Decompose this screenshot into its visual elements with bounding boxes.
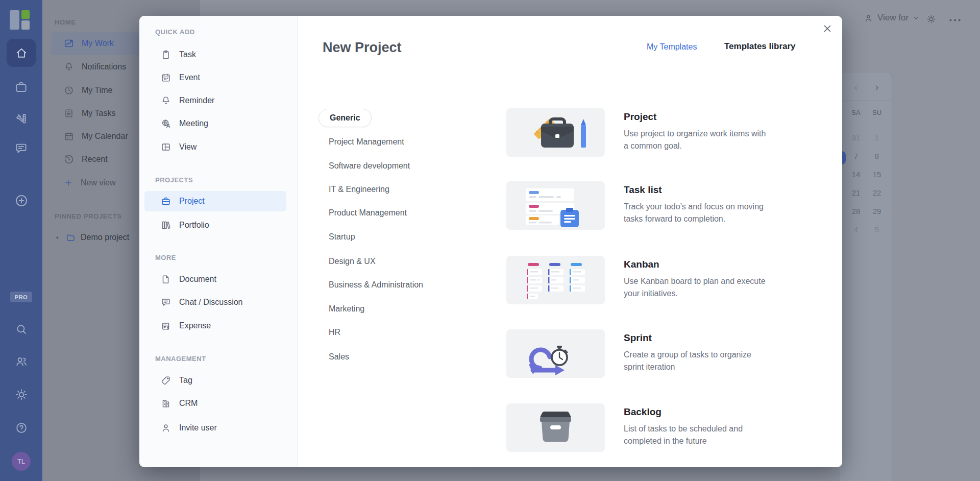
nav-portfolio[interactable]: Portfolio [144,215,286,235]
rail-home-button[interactable] [7,39,36,67]
rail-add-button[interactable] [0,193,42,208]
category-generic-selected[interactable]: Generic [318,109,372,127]
template-thumb-sprint[interactable] [506,329,605,378]
category-software-development[interactable]: Software development [329,160,410,172]
sidebar-item-label: My Work [82,39,114,48]
help-icon [14,421,29,435]
modal-nav-panel: QUICK ADD Task Event Reminder Meeting Vi… [139,16,298,467]
user-avatar[interactable]: TL [12,452,31,471]
nav-item-label: Tag [179,376,192,385]
modal-close-button[interactable] [820,21,835,36]
rail-help-button[interactable] [0,421,42,435]
rail-settings-button[interactable] [0,388,42,402]
category-project-management[interactable]: Project Management [329,136,404,148]
books-icon [160,220,172,231]
sidebar-item-label: My Time [82,86,112,95]
calendar-date[interactable]: 21 [849,188,863,197]
rail-people-button[interactable] [0,354,42,369]
ellipsis-icon [948,17,962,23]
calendar-selected-date-sliver [842,151,846,164]
category-sales[interactable]: Sales [329,351,349,363]
category-product-management[interactable]: Product Management [329,207,407,219]
calendar-date[interactable]: 4 [849,225,863,234]
people-icon [14,354,29,369]
page-more-button[interactable] [948,17,962,23]
calendar-date[interactable]: 5 [870,225,884,234]
search-icon [14,322,29,336]
tab-templates-library[interactable]: Templates library [724,41,796,52]
nav-project-active[interactable]: Project [144,191,286,211]
plus-icon [63,178,74,188]
nav-crm[interactable]: CRM [144,393,286,414]
template-thumb-project[interactable] [506,108,605,157]
category-design-ux[interactable]: Design & UX [329,256,376,267]
quick-add-meeting[interactable]: Meeting [144,113,286,134]
sidebar-item-label: Notifications [82,62,126,71]
page-settings-button[interactable] [926,14,937,25]
tab-my-templates[interactable]: My Templates [647,42,697,52]
management-header: MANAGEMENT [155,355,206,363]
calendar-prev-button[interactable] [852,84,860,91]
caret-right-icon[interactable] [54,234,61,241]
sidebar-item-label: Recent [82,155,108,164]
nav-tag[interactable]: Tag [144,370,286,391]
template-name[interactable]: Project [624,111,656,123]
calendar-date[interactable]: 7 [849,152,863,160]
chart-icon [63,38,75,49]
new-project-modal: QUICK ADD Task Event Reminder Meeting Vi… [139,16,842,467]
template-thumb-kanban[interactable] [506,256,605,304]
nav-item-label: Expense [179,321,211,330]
calendar-date[interactable]: 28 [849,207,863,215]
template-description: Track your todo’s and focus on moving ta… [624,201,813,225]
template-thumb-task-list[interactable] [506,181,605,230]
calendar-date[interactable]: 14 [849,170,863,179]
calendar-date[interactable]: 29 [870,207,884,215]
category-startup[interactable]: Startup [329,231,355,243]
template-name[interactable]: Sprint [624,332,652,344]
category-it-engineering[interactable]: IT & Engineering [329,184,389,195]
calendar-date[interactable]: 15 [870,170,884,179]
gear-icon [926,14,937,25]
template-description: Use Kanban board to plan and execute you… [624,275,813,300]
calendar-date[interactable]: 8 [870,152,884,160]
briefcase-icon [14,80,29,94]
document-lines-icon [63,108,75,119]
calendar-date[interactable]: 22 [870,188,884,197]
quick-add-event[interactable]: Event [144,67,286,88]
nav-expense[interactable]: Expense [144,316,286,336]
more-header: MORE [155,254,176,261]
template-thumb-backlog[interactable] [506,403,605,452]
nav-chat-discussion[interactable]: Chat / Discussion [144,292,286,312]
calendar-next-button[interactable] [873,84,880,91]
quick-add-reminder[interactable]: Reminder [144,90,286,111]
file-icon [160,274,172,285]
building-icon [160,398,172,409]
globe-user-icon [160,118,172,129]
nav-item-label: Project [179,197,205,206]
calendar-date[interactable]: 31 [849,133,863,142]
rail-search-button[interactable] [0,322,42,336]
chat-icon [160,297,172,308]
calendar-day-header-sa: SA [849,109,863,116]
template-name[interactable]: Backlog [624,406,662,418]
tools-icon [14,111,29,126]
chat-icon [14,141,29,156]
quick-add-view[interactable]: View [144,137,286,157]
rail-messages-button[interactable] [0,141,42,156]
view-for-dropdown[interactable]: View for [864,13,919,23]
quick-add-task[interactable]: Task [144,44,286,65]
app-logo[interactable] [10,10,30,31]
nav-invite-user[interactable]: Invite user [144,418,286,438]
rail-tools-button[interactable] [0,111,42,126]
sidebar-item-label: My Tasks [82,109,115,118]
nav-document[interactable]: Document [144,269,286,290]
category-marketing[interactable]: Marketing [329,303,364,315]
calendar-day-header-su: SU [870,109,884,116]
template-name[interactable]: Kanban [624,259,659,270]
category-business-administration[interactable]: Business & Administration [329,279,423,291]
category-hr[interactable]: HR [329,327,340,338]
calendar-date[interactable]: 1 [870,133,884,142]
folder-icon [65,232,76,243]
rail-projects-button[interactable] [0,80,42,94]
template-name[interactable]: Task list [624,184,662,196]
